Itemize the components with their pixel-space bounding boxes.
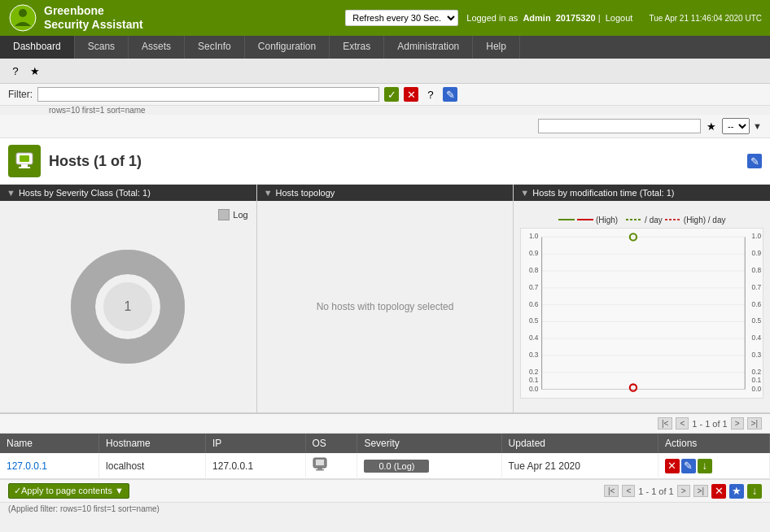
- svg-text:0.3: 0.3: [752, 351, 762, 359]
- host-name-cell: 127.0.0.1: [0, 453, 99, 479]
- filter-help-btn[interactable]: ?: [423, 87, 438, 102]
- export-host-btn[interactable]: ↓: [698, 459, 712, 473]
- first-page-btn-bottom[interactable]: |<: [604, 485, 619, 497]
- filter-input[interactable]: [37, 87, 379, 102]
- page-info-bottom: 1 - 1 of 1: [638, 486, 673, 496]
- bottom-star-btn[interactable]: ★: [729, 484, 744, 499]
- nav-configuration[interactable]: Configuration: [245, 36, 330, 59]
- last-page-btn[interactable]: >|: [747, 417, 762, 430]
- donut-chart: 1: [71, 250, 185, 364]
- hosts-svg-icon: [13, 150, 36, 172]
- edit-host-btn[interactable]: ✎: [681, 459, 696, 473]
- svg-text:0.4: 0.4: [752, 334, 762, 342]
- green-dashed-icon: [626, 217, 642, 222]
- os-icon: [313, 457, 327, 472]
- search-dropdown[interactable]: --: [722, 118, 750, 134]
- nav-dashboard[interactable]: Dashboard: [0, 36, 75, 59]
- nav-scans[interactable]: Scans: [75, 36, 129, 59]
- nav-assets[interactable]: Assets: [129, 36, 185, 59]
- svg-text:0.1: 0.1: [529, 376, 539, 384]
- svg-text:0.0: 0.0: [529, 384, 539, 392]
- mod-legend: (High) / day (High) / day: [558, 216, 726, 225]
- dash-modification-content: (High) / day (High) / day 1.0 0.9 0.8 0.…: [514, 201, 770, 412]
- svg-text:0.7: 0.7: [752, 282, 762, 290]
- col-os: OS: [305, 434, 357, 453]
- red-dashed-icon: [665, 217, 681, 222]
- logout-link[interactable]: Logout: [606, 13, 633, 23]
- host-ip-cell: 127.0.0.1: [206, 453, 305, 479]
- filter-hint: rows=10 first=1 sort=name: [0, 106, 770, 115]
- svg-text:0.3: 0.3: [529, 351, 539, 359]
- bottom-delete-btn[interactable]: ✕: [711, 484, 726, 499]
- help-icon-btn[interactable]: ?: [8, 63, 23, 78]
- app-subtitle: Security Assistant: [44, 18, 143, 32]
- dash-modification-arrow[interactable]: ▼: [520, 188, 529, 198]
- filter-apply-btn[interactable]: ✓: [384, 87, 399, 102]
- col-actions: Actions: [658, 434, 769, 453]
- nav-administration[interactable]: Administration: [384, 36, 473, 59]
- username: Admin: [523, 13, 550, 23]
- donut-legend: Log: [218, 209, 247, 220]
- nav-secinfo[interactable]: SecInfo: [185, 36, 245, 59]
- host-name-link[interactable]: 127.0.0.1: [7, 460, 47, 472]
- donut-legend-label: Log: [233, 210, 247, 220]
- hosts-table: Name Hostname IP OS Severity Updated Act…: [0, 434, 770, 479]
- dash-severity-arrow[interactable]: ▼: [7, 188, 15, 198]
- dashboards: ▼ Hosts by Severity Class (Total: 1) Log…: [0, 185, 770, 414]
- next-page-btn[interactable]: >: [731, 417, 744, 430]
- refresh-select[interactable]: Refresh every 30 Sec.: [345, 10, 458, 26]
- col-updated: Updated: [501, 434, 658, 453]
- svg-text:0.4: 0.4: [529, 334, 539, 342]
- page-edit-btn[interactable]: ✎: [747, 154, 762, 168]
- toolbar: ? ★: [0, 59, 770, 84]
- col-ip: IP: [206, 434, 305, 453]
- dash-severity-header: ▼ Hosts by Severity Class (Total: 1): [0, 185, 256, 201]
- svg-text:1: 1: [125, 299, 132, 313]
- svg-text:0.6: 0.6: [752, 299, 762, 307]
- dash-severity-title: Hosts by Severity Class (Total: 1): [19, 188, 151, 198]
- next-page-btn-bottom[interactable]: >: [677, 485, 690, 497]
- host-os-cell: [305, 453, 357, 479]
- last-page-btn-bottom[interactable]: >|: [693, 485, 708, 497]
- applied-filter: (Applied filter: rows=10 first=1 sort=na…: [0, 502, 770, 515]
- bottom-export-btn[interactable]: ↓: [747, 484, 762, 499]
- svg-text:0.5: 0.5: [752, 316, 762, 325]
- svg-text:0.2: 0.2: [752, 367, 762, 375]
- svg-point-49: [630, 384, 637, 390]
- table-header-row: Name Hostname IP OS Severity Updated Act…: [0, 434, 770, 453]
- nav-extras[interactable]: Extras: [330, 36, 384, 59]
- search-star-btn[interactable]: ★: [704, 119, 719, 133]
- col-severity: Severity: [357, 434, 501, 453]
- filter-row: Filter: ✓ ✕ ? ✎: [0, 84, 770, 106]
- modification-chart: 1.0 0.9 0.8 0.7 0.6 0.5 0.4 0.3 0.2 0.1 …: [520, 228, 763, 399]
- page-title: Hosts (1 of 1): [49, 153, 739, 170]
- delete-host-btn[interactable]: ✕: [665, 459, 680, 473]
- prev-page-btn[interactable]: <: [676, 417, 689, 430]
- table-area: Name Hostname IP OS Severity Updated Act…: [0, 434, 770, 479]
- svg-text:0.5: 0.5: [529, 316, 539, 325]
- user-id: 20175320: [556, 13, 596, 23]
- host-updated-cell: Tue Apr 21 2020: [501, 453, 658, 479]
- svg-rect-5: [19, 167, 30, 168]
- pagination-bottom: |< < 1 - 1 of 1 > >| ✕ ★ ↓: [604, 484, 762, 499]
- svg-text:0.9: 0.9: [752, 249, 762, 257]
- apply-page-contents-btn[interactable]: ✓Apply to page contents ▼: [8, 483, 129, 499]
- filter-edit-btn[interactable]: ✎: [443, 87, 457, 102]
- dash-topology-arrow[interactable]: ▼: [264, 188, 273, 198]
- col-hostname: Hostname: [99, 434, 206, 453]
- first-page-btn[interactable]: |<: [658, 417, 672, 430]
- svg-point-1: [19, 9, 27, 17]
- svg-rect-4: [21, 164, 28, 167]
- star-icon-btn[interactable]: ★: [28, 63, 42, 78]
- bottom-row: ✓Apply to page contents ▼ |< < 1 - 1 of …: [0, 479, 770, 502]
- dash-modification-header: ▼ Hosts by modification time (Total: 1): [514, 185, 770, 201]
- prev-page-btn-bottom[interactable]: <: [622, 485, 635, 497]
- search-input[interactable]: [538, 119, 701, 133]
- filter-clear-btn[interactable]: ✕: [404, 87, 418, 102]
- nav-help[interactable]: Help: [473, 36, 520, 59]
- actions-container: ✕ ✎ ↓: [665, 459, 763, 473]
- dash-severity: ▼ Hosts by Severity Class (Total: 1) Log…: [0, 185, 257, 412]
- svg-text:0.8: 0.8: [752, 266, 762, 274]
- svg-text:0.6: 0.6: [529, 299, 539, 307]
- svg-text:1.0: 1.0: [752, 232, 762, 240]
